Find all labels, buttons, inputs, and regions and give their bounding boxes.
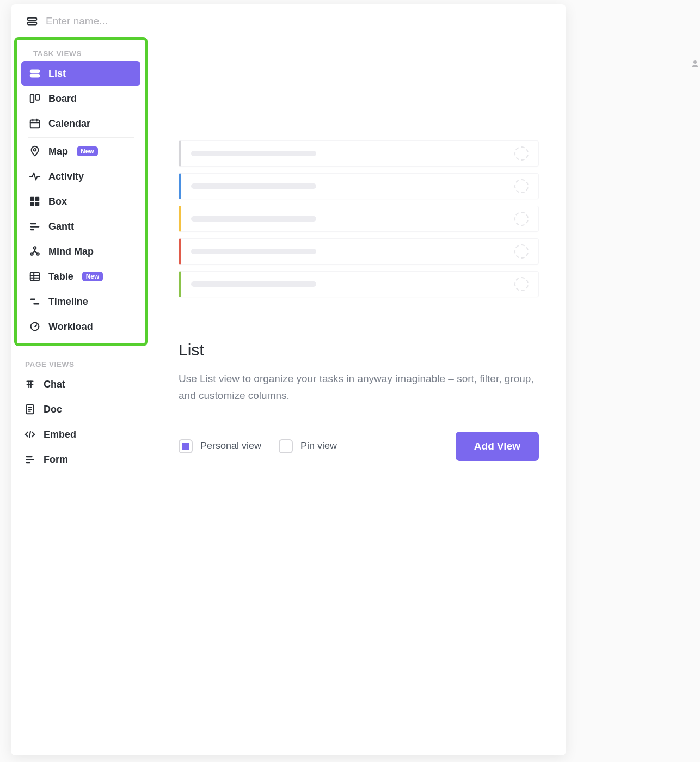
- embed-icon: [24, 428, 36, 440]
- preview-row: [179, 140, 539, 167]
- map-icon: [29, 145, 41, 157]
- preview-row: [179, 238, 539, 265]
- svg-rect-3: [30, 75, 40, 77]
- personal-view-group: Personal view: [179, 439, 261, 453]
- view-item-gantt[interactable]: Gantt: [21, 214, 140, 239]
- pin-view-label: Pin view: [300, 440, 337, 452]
- list-preview: [179, 140, 539, 297]
- view-item-label: Table: [48, 271, 73, 282]
- view-sidebar: TASK VIEWS ListBoardCalendarMapNewActivi…: [11, 4, 151, 755]
- board-icon: [29, 93, 41, 105]
- view-item-label: Map: [48, 146, 68, 157]
- page-views-list: ChatDocEmbedForm: [11, 372, 151, 472]
- view-name-input[interactable]: [46, 15, 140, 27]
- placeholder-bar: [191, 183, 316, 189]
- view-item-form[interactable]: Form: [16, 447, 145, 472]
- pin-view-checkbox[interactable]: [279, 439, 293, 453]
- preview-row: [179, 173, 539, 199]
- svg-rect-21: [30, 273, 40, 281]
- placeholder-avatar: [514, 146, 529, 161]
- mindmap-icon: [29, 245, 41, 257]
- name-row: [11, 11, 151, 37]
- view-picker-panel: TASK VIEWS ListBoardCalendarMapNewActivi…: [11, 4, 566, 755]
- view-item-embed[interactable]: Embed: [16, 422, 145, 447]
- svg-rect-2: [30, 70, 40, 73]
- placeholder-avatar: [514, 277, 529, 291]
- task-views-label: TASK VIEWS: [19, 43, 143, 61]
- timeline-icon: [29, 296, 41, 308]
- svg-rect-4: [30, 95, 34, 103]
- view-item-timeline[interactable]: Timeline: [21, 289, 140, 314]
- placeholder-bar: [191, 151, 316, 156]
- placeholder-avatar: [514, 179, 529, 193]
- new-badge: New: [77, 146, 98, 156]
- placeholder-avatar: [514, 212, 529, 226]
- svg-line-37: [29, 432, 30, 438]
- form-icon: [24, 453, 36, 465]
- placeholder-avatar: [514, 244, 529, 259]
- person-icon: [690, 59, 700, 71]
- activity-icon: [29, 170, 41, 182]
- svg-rect-13: [30, 202, 34, 206]
- view-item-activity[interactable]: Activity: [21, 164, 140, 189]
- pin-view-group: Pin view: [279, 439, 337, 453]
- workload-icon: [29, 321, 41, 333]
- view-description: Use List view to organize your tasks in …: [179, 370, 539, 404]
- view-item-label: List: [48, 68, 66, 79]
- preview-row: [179, 206, 539, 232]
- view-title: List: [179, 341, 539, 359]
- svg-rect-12: [35, 197, 39, 201]
- task-views-list: ListBoardCalendarMapNewActivityBoxGanttM…: [19, 61, 143, 339]
- task-views-highlight: TASK VIEWS ListBoardCalendarMapNewActivi…: [14, 37, 148, 346]
- svg-rect-5: [36, 95, 39, 100]
- svg-rect-14: [35, 202, 39, 206]
- placeholder-bar: [191, 281, 316, 287]
- svg-rect-26: [33, 303, 39, 305]
- box-icon: [29, 195, 41, 207]
- view-item-label: Doc: [44, 404, 62, 415]
- page-views-label: PAGE VIEWS: [11, 354, 151, 372]
- view-item-mindmap[interactable]: Mind Map: [21, 239, 140, 264]
- view-item-box[interactable]: Box: [21, 189, 140, 214]
- svg-rect-25: [30, 299, 35, 300]
- svg-rect-15: [30, 223, 36, 225]
- view-item-calendar[interactable]: Calendar: [21, 111, 140, 136]
- view-item-map[interactable]: MapNew: [21, 139, 140, 164]
- personal-view-label: Personal view: [200, 440, 261, 452]
- view-item-workload[interactable]: Workload: [21, 314, 140, 339]
- svg-rect-6: [30, 120, 40, 128]
- preview-row: [179, 271, 539, 297]
- svg-rect-39: [26, 459, 34, 460]
- view-item-chat[interactable]: Chat: [16, 372, 145, 397]
- svg-rect-16: [30, 226, 40, 228]
- bottom-row: Personal view Pin view Add View: [179, 432, 539, 461]
- svg-point-10: [34, 149, 36, 151]
- personal-view-checkbox[interactable]: [179, 439, 193, 453]
- view-item-table[interactable]: TableNew: [21, 264, 140, 289]
- svg-rect-1: [28, 22, 37, 25]
- svg-rect-11: [30, 197, 34, 201]
- view-item-list[interactable]: List: [21, 61, 140, 86]
- svg-rect-0: [28, 18, 37, 21]
- view-item-label: Board: [48, 93, 77, 105]
- svg-rect-40: [26, 462, 30, 464]
- table-icon: [29, 271, 41, 282]
- view-item-board[interactable]: Board: [21, 86, 140, 111]
- divider: [28, 137, 134, 138]
- main-area: List Use List view to organize your task…: [151, 4, 566, 755]
- add-view-button[interactable]: Add View: [456, 432, 539, 461]
- view-item-label: Mind Map: [48, 246, 94, 257]
- view-item-doc[interactable]: Doc: [16, 397, 145, 422]
- view-item-label: Chat: [44, 379, 65, 390]
- chat-icon: [24, 378, 36, 390]
- placeholder-bar: [191, 249, 316, 254]
- svg-rect-17: [30, 229, 34, 231]
- view-item-label: Calendar: [48, 118, 90, 130]
- svg-rect-38: [26, 456, 33, 458]
- view-item-label: Workload: [48, 321, 93, 333]
- placeholder-bar: [191, 216, 316, 222]
- calendar-icon: [29, 118, 41, 130]
- gantt-icon: [29, 220, 41, 232]
- view-item-label: Box: [48, 196, 67, 207]
- view-item-label: Form: [44, 454, 68, 465]
